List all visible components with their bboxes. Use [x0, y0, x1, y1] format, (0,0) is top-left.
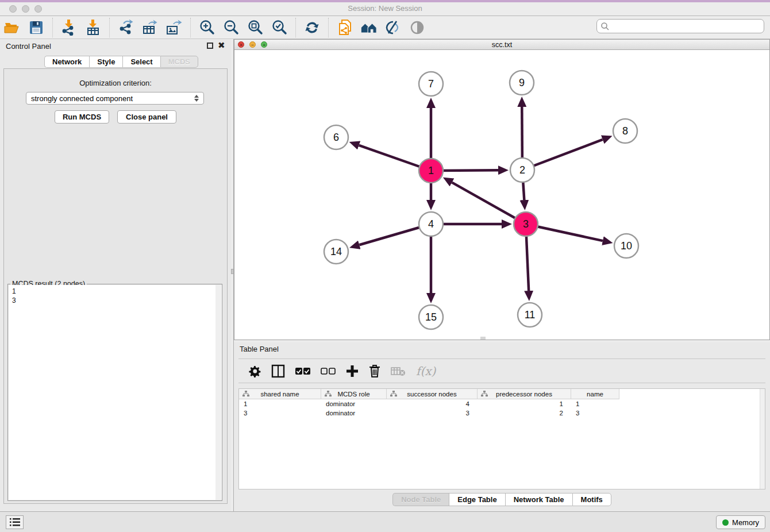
import-network-icon[interactable]	[60, 19, 78, 36]
edge-2-8[interactable]	[522, 140, 603, 170]
node-11[interactable]: 11	[518, 303, 542, 327]
tab-network-table[interactable]: Network Table	[505, 493, 572, 506]
zoom-selected-icon[interactable]	[271, 19, 288, 36]
column-header-MCDS-role[interactable]: MCDS role	[321, 389, 387, 399]
table-row[interactable]: 1dominator411	[239, 400, 619, 410]
cell-predecessor-nodes[interactable]: 2	[478, 410, 571, 419]
attribute-type-icon	[242, 391, 249, 397]
node-1[interactable]: 1	[419, 159, 443, 183]
tab-network[interactable]: Network	[44, 56, 89, 68]
node-label: 6	[333, 132, 339, 143]
delete-table-icon[interactable]	[391, 364, 406, 379]
clone-network-icon[interactable]	[336, 19, 353, 36]
zoom-fit-icon[interactable]	[247, 19, 264, 36]
column-header-predecessor-nodes[interactable]: predecessor nodes	[478, 389, 571, 399]
cell-predecessor-nodes[interactable]: 1	[478, 400, 571, 410]
tab-style[interactable]: Style	[89, 56, 122, 68]
run-mcds-button[interactable]: Run MCDS	[55, 110, 109, 124]
cell-successor-nodes[interactable]: 4	[387, 400, 478, 410]
task-history-button[interactable]	[6, 515, 24, 529]
network-canvas[interactable]: 7968124314101511	[234, 50, 769, 340]
window-titlebar: Session: New Session	[0, 0, 770, 16]
network-hscroll-nub[interactable]	[480, 337, 486, 340]
control-panel-title: Control Panel	[6, 42, 51, 51]
toolbar-separator	[190, 18, 191, 37]
hide-selected-icon[interactable]	[384, 19, 402, 36]
node-label: 4	[428, 218, 434, 230]
cell-shared-name[interactable]: 3	[239, 410, 321, 419]
column-header-shared-name[interactable]: shared name	[239, 389, 321, 399]
deselect-all-icon[interactable]	[321, 364, 336, 379]
toolbar-separator	[328, 18, 329, 37]
column-visibility-icon[interactable]	[271, 364, 285, 379]
node-10[interactable]: 10	[614, 234, 638, 258]
node-label: 10	[621, 240, 632, 252]
float-panel-icon[interactable]	[207, 43, 213, 49]
search-input[interactable]	[610, 21, 764, 32]
node-6[interactable]: 6	[324, 125, 348, 149]
mcds-result-scrollbar[interactable]	[215, 285, 221, 500]
node-7[interactable]: 7	[419, 72, 443, 96]
delete-column-icon[interactable]	[369, 364, 380, 379]
tab-select[interactable]: Select	[122, 56, 160, 68]
mcds-result-text[interactable]: 1 3	[9, 285, 222, 500]
show-all-icon[interactable]	[409, 19, 426, 36]
optimization-criterion-label: Optimization criterion:	[4, 79, 227, 87]
table-options-icon[interactable]	[248, 364, 261, 379]
node-table-scrollbar[interactable]	[760, 389, 765, 489]
node-4[interactable]: 4	[419, 212, 443, 236]
node-label: 2	[519, 164, 525, 176]
save-session-icon[interactable]	[28, 19, 45, 36]
cell-MCDS-role[interactable]: dominator	[321, 400, 387, 410]
node-label: 7	[428, 78, 434, 90]
import-table-icon[interactable]	[84, 19, 102, 36]
cell-name[interactable]: 1	[571, 400, 619, 410]
node-3[interactable]: 3	[514, 212, 538, 236]
first-neighbors-icon[interactable]	[360, 19, 378, 36]
tab-edge-table[interactable]: Edge Table	[449, 493, 505, 506]
export-image-icon[interactable]	[165, 19, 183, 36]
node-15[interactable]: 15	[419, 305, 443, 329]
titlebar-accent-strip	[0, 0, 770, 2]
tab-node-table[interactable]: Node Table	[392, 493, 449, 506]
export-network-icon[interactable]	[117, 19, 134, 36]
cell-shared-name[interactable]: 1	[239, 400, 321, 410]
node-8[interactable]: 8	[613, 119, 637, 143]
control-panel: Control Panel ✖ NetworkStyleSelectMCDS O…	[0, 39, 231, 511]
export-table-icon[interactable]	[141, 19, 159, 36]
function-builder-icon[interactable]: f(x)	[416, 364, 436, 379]
criterion-select[interactable]: strongly connected component	[26, 92, 204, 105]
network-canvas-svg: 7968124314101511	[234, 50, 769, 340]
close-panel-icon[interactable]: ✖	[218, 40, 225, 51]
toolbar-separator	[109, 18, 110, 37]
add-column-icon[interactable]	[346, 364, 359, 379]
network-window-titlebar[interactable]: ✕ − + scc.txt	[234, 40, 769, 50]
cell-MCDS-role[interactable]: dominator	[321, 410, 387, 419]
apply-layout-icon[interactable]	[303, 19, 321, 36]
select-stepper-icon	[194, 95, 199, 102]
zoom-in-icon[interactable]	[198, 19, 215, 36]
network-view-window: ✕ − + scc.txt 7968124314101511	[234, 39, 770, 340]
column-header-successor-nodes[interactable]: successor nodes	[387, 389, 478, 399]
mcds-result-fieldset: MCDS result (2 nodes) 1 3	[7, 284, 222, 501]
node-label: 14	[330, 246, 342, 257]
column-header-name[interactable]: name	[571, 389, 619, 399]
main-toolbar	[0, 16, 770, 39]
memory-button[interactable]: Memory	[716, 515, 765, 529]
zoom-out-icon[interactable]	[222, 19, 240, 36]
cell-name[interactable]: 3	[571, 410, 619, 419]
cell-successor-nodes[interactable]: 3	[387, 410, 478, 419]
table-row[interactable]: 3dominator323	[239, 410, 619, 419]
tab-mcds[interactable]: MCDS	[160, 56, 198, 68]
node-table[interactable]: shared nameMCDS rolesuccessor nodesprede…	[238, 388, 765, 489]
node-14[interactable]: 14	[324, 240, 348, 264]
toolbar-separator	[295, 18, 296, 37]
table-panel-tabs: Node TableEdge TableNetwork TableMotifs	[234, 493, 770, 506]
search-box[interactable]	[596, 19, 764, 33]
close-panel-button[interactable]: Close panel	[117, 110, 176, 124]
tab-motifs[interactable]: Motifs	[572, 493, 611, 506]
node-9[interactable]: 9	[510, 71, 534, 95]
select-all-icon[interactable]	[295, 364, 310, 379]
node-2[interactable]: 2	[510, 158, 534, 182]
open-session-icon[interactable]	[3, 19, 21, 36]
